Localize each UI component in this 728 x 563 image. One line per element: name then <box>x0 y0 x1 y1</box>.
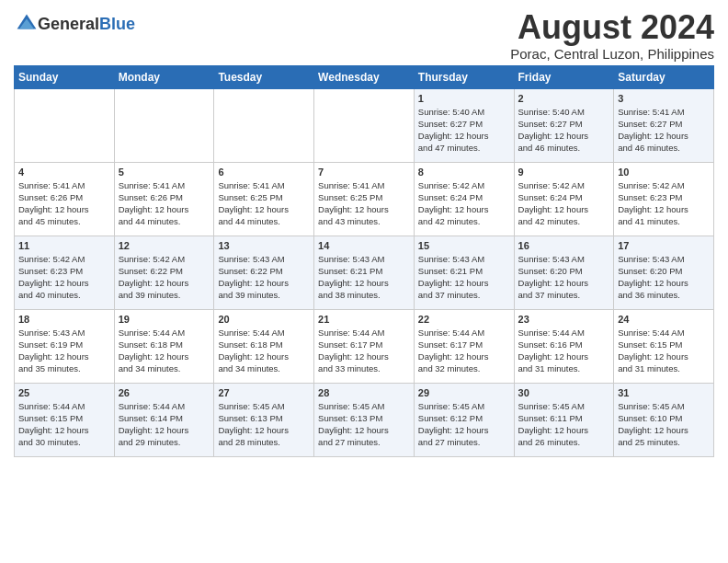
day-info: Sunset: 6:15 PM <box>618 339 710 350</box>
logo-text: GeneralBlue <box>38 15 135 34</box>
day-info: Sunrise: 5:44 AM <box>518 327 610 339</box>
day-info: Sunset: 6:18 PM <box>119 339 210 350</box>
day-info: and 35 minutes. <box>18 362 110 374</box>
logo: GeneralBlue <box>14 13 135 35</box>
day-cell <box>314 88 415 162</box>
day-info: Daylight: 12 hours <box>518 130 610 142</box>
day-cell: 11Sunrise: 5:42 AMSunset: 6:23 PMDayligh… <box>15 236 115 309</box>
day-info: Sunrise: 5:42 AM <box>618 179 710 191</box>
day-info: Daylight: 12 hours <box>518 203 610 215</box>
day-info: Daylight: 12 hours <box>218 277 310 289</box>
day-number: 11 <box>18 240 110 251</box>
day-cell: 3Sunrise: 5:41 AMSunset: 6:27 PMDaylight… <box>614 88 714 162</box>
day-number: 31 <box>618 387 710 398</box>
day-cell: 29Sunrise: 5:45 AMSunset: 6:12 PMDayligh… <box>414 383 514 456</box>
day-info: Sunrise: 5:44 AM <box>318 327 410 339</box>
day-info: Daylight: 12 hours <box>618 203 710 215</box>
day-info: and 44 minutes. <box>119 215 210 227</box>
day-info: Sunset: 6:10 PM <box>618 412 710 424</box>
day-info: Sunrise: 5:44 AM <box>418 327 510 339</box>
day-cell: 12Sunrise: 5:42 AMSunset: 6:22 PMDayligh… <box>114 236 214 309</box>
day-number: 13 <box>218 240 310 251</box>
day-info: and 39 minutes. <box>218 289 310 301</box>
day-number: 4 <box>18 167 110 178</box>
day-info: and 40 minutes. <box>18 289 110 301</box>
day-cell <box>15 88 115 162</box>
day-info: Daylight: 12 hours <box>18 277 110 289</box>
day-info: and 31 minutes. <box>518 362 610 374</box>
day-info: Daylight: 12 hours <box>618 424 710 436</box>
day-info: Sunset: 6:20 PM <box>618 265 710 277</box>
day-cell <box>214 88 314 162</box>
day-cell: 14Sunrise: 5:43 AMSunset: 6:21 PMDayligh… <box>314 236 415 309</box>
day-info: Sunrise: 5:44 AM <box>119 327 210 339</box>
day-number: 20 <box>218 314 310 325</box>
title-block: August 2024 Porac, Central Luzon, Philip… <box>510 9 714 62</box>
day-info: Sunrise: 5:44 AM <box>18 400 110 412</box>
day-cell: 10Sunrise: 5:42 AMSunset: 6:23 PMDayligh… <box>614 162 714 236</box>
header: GeneralBlue August 2024 Porac, Central L… <box>14 9 714 62</box>
week-row-1: 1Sunrise: 5:40 AMSunset: 6:27 PMDaylight… <box>15 88 714 162</box>
day-number: 8 <box>418 167 510 178</box>
day-number: 12 <box>119 240 210 251</box>
day-cell: 7Sunrise: 5:41 AMSunset: 6:25 PMDaylight… <box>314 162 415 236</box>
day-info: Sunset: 6:27 PM <box>518 118 610 130</box>
logo-icon <box>16 13 38 35</box>
day-info: and 34 minutes. <box>119 362 210 374</box>
day-info: Daylight: 12 hours <box>218 424 310 436</box>
day-number: 29 <box>418 387 510 398</box>
logo-blue: Blue <box>99 15 135 33</box>
day-info: Sunrise: 5:43 AM <box>618 253 710 265</box>
day-info: Sunrise: 5:45 AM <box>618 400 710 412</box>
day-info: Daylight: 12 hours <box>518 350 610 362</box>
day-info: and 45 minutes. <box>18 215 110 227</box>
day-info: Sunrise: 5:44 AM <box>218 327 310 339</box>
day-number: 18 <box>18 314 110 325</box>
day-info: Sunset: 6:24 PM <box>418 191 510 203</box>
day-info: Daylight: 12 hours <box>418 350 510 362</box>
day-info: Daylight: 12 hours <box>318 203 410 215</box>
day-info: Sunrise: 5:42 AM <box>518 179 610 191</box>
calendar-body: 1Sunrise: 5:40 AMSunset: 6:27 PMDaylight… <box>15 88 714 456</box>
sub-title: Porac, Central Luzon, Philippines <box>510 46 714 62</box>
day-number: 9 <box>518 167 610 178</box>
calendar-table: SundayMondayTuesdayWednesdayThursdayFrid… <box>14 65 714 457</box>
day-info: Daylight: 12 hours <box>418 203 510 215</box>
day-info: and 41 minutes. <box>618 215 710 227</box>
day-info: Sunset: 6:24 PM <box>518 191 610 203</box>
day-info: Sunrise: 5:43 AM <box>418 253 510 265</box>
day-info: Sunset: 6:20 PM <box>518 265 610 277</box>
day-info: and 43 minutes. <box>318 215 410 227</box>
day-info: and 32 minutes. <box>418 362 510 374</box>
header-cell-monday: Monday <box>114 65 214 88</box>
day-info: Sunrise: 5:41 AM <box>618 106 710 118</box>
day-info: Sunset: 6:13 PM <box>318 412 410 424</box>
day-info: Sunset: 6:19 PM <box>18 339 110 350</box>
day-info: Daylight: 12 hours <box>18 203 110 215</box>
day-cell: 30Sunrise: 5:45 AMSunset: 6:11 PMDayligh… <box>514 383 614 456</box>
day-info: Daylight: 12 hours <box>119 277 210 289</box>
day-number: 19 <box>119 314 210 325</box>
day-info: Sunrise: 5:41 AM <box>318 179 410 191</box>
day-info: Sunrise: 5:41 AM <box>218 179 310 191</box>
day-info: Sunrise: 5:43 AM <box>18 327 110 339</box>
day-cell: 13Sunrise: 5:43 AMSunset: 6:22 PMDayligh… <box>214 236 314 309</box>
day-info: Sunset: 6:25 PM <box>318 191 410 203</box>
day-info: Daylight: 12 hours <box>119 203 210 215</box>
day-cell: 9Sunrise: 5:42 AMSunset: 6:24 PMDaylight… <box>514 162 614 236</box>
day-number: 23 <box>518 314 610 325</box>
day-cell: 17Sunrise: 5:43 AMSunset: 6:20 PMDayligh… <box>614 236 714 309</box>
day-info: and 47 minutes. <box>418 142 510 154</box>
day-info: Sunset: 6:26 PM <box>18 191 110 203</box>
day-info: Sunset: 6:22 PM <box>119 265 210 277</box>
page: GeneralBlue August 2024 Porac, Central L… <box>0 0 728 466</box>
day-info: and 37 minutes. <box>518 289 610 301</box>
day-cell: 20Sunrise: 5:44 AMSunset: 6:18 PMDayligh… <box>214 309 314 383</box>
day-number: 22 <box>418 314 510 325</box>
day-info: and 33 minutes. <box>318 362 410 374</box>
day-info: Sunset: 6:27 PM <box>418 118 510 130</box>
day-info: and 27 minutes. <box>318 436 410 448</box>
day-info: Sunrise: 5:41 AM <box>18 179 110 191</box>
day-number: 6 <box>218 167 310 178</box>
day-number: 27 <box>218 387 310 398</box>
